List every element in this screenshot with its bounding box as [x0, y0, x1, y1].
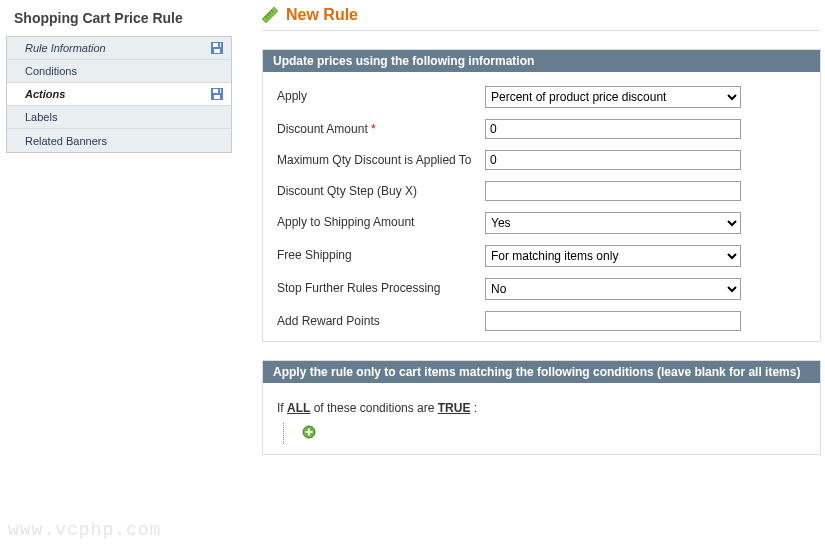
main: New Rule Update prices using the followi… [232, 0, 825, 473]
svg-rect-3 [218, 43, 220, 47]
sidebar-item-labels[interactable]: Labels [7, 106, 231, 129]
label-apply-shipping: Apply to Shipping Amount [277, 212, 485, 229]
svg-rect-2 [214, 49, 220, 53]
input-max-qty[interactable] [485, 150, 741, 170]
select-stop-rules[interactable]: No [485, 278, 741, 300]
ruler-icon [262, 7, 278, 23]
fieldset-legend: Apply the rule only to cart items matchi… [263, 361, 820, 383]
sidebar-item-label: Rule Information [25, 42, 106, 54]
condition-aggregator-link[interactable]: ALL [287, 401, 310, 415]
sidebar-item-actions[interactable]: Actions [7, 83, 231, 106]
fieldset-legend: Update prices using the following inform… [263, 50, 820, 72]
row-apply-shipping: Apply to Shipping Amount Yes [277, 212, 806, 234]
fieldset-update-prices: Update prices using the following inform… [262, 49, 821, 342]
condition-value-link[interactable]: TRUE [438, 401, 471, 415]
label-reward-points: Add Reward Points [277, 311, 485, 328]
sidebar-item-label: Conditions [25, 65, 77, 77]
sidebar-item-label: Actions [25, 88, 65, 100]
sidebar-item-conditions[interactable]: Conditions [7, 60, 231, 83]
label-discount-amount: Discount Amount * [277, 119, 485, 136]
required-asterisk: * [371, 122, 376, 136]
side-nav: Rule Information Conditions Actions Labe… [6, 36, 232, 153]
fieldset-body: If ALL of these conditions are TRUE : [263, 383, 820, 454]
sidebar-title: Shopping Cart Price Rule [6, 10, 232, 36]
row-reward-points: Add Reward Points [277, 311, 806, 331]
watermark: www.vcphp.com [8, 520, 161, 540]
row-qty-step: Discount Qty Step (Buy X) [277, 181, 806, 201]
svg-marker-8 [262, 7, 278, 23]
sidebar-item-related-banners[interactable]: Related Banners [7, 129, 231, 152]
label-max-qty: Maximum Qty Discount is Applied To [277, 150, 485, 167]
sidebar-item-label: Related Banners [25, 135, 107, 147]
page-header: New Rule [262, 6, 821, 31]
label-stop-rules: Stop Further Rules Processing [277, 278, 485, 295]
row-apply: Apply Percent of product price discount [277, 86, 806, 108]
page-title: New Rule [286, 6, 358, 24]
input-qty-step[interactable] [485, 181, 741, 201]
row-stop-rules: Stop Further Rules Processing No [277, 278, 806, 300]
svg-rect-6 [214, 95, 220, 99]
sidebar: Shopping Cart Price Rule Rule Informatio… [0, 0, 232, 473]
sidebar-item-rule-information[interactable]: Rule Information [7, 37, 231, 60]
condition-root-text: If ALL of these conditions are TRUE : [277, 397, 806, 423]
label-apply: Apply [277, 86, 485, 103]
save-icon [211, 88, 223, 100]
row-free-shipping: Free Shipping For matching items only [277, 245, 806, 267]
input-reward-points[interactable] [485, 311, 741, 331]
condition-tree [283, 423, 806, 444]
label-free-shipping: Free Shipping [277, 245, 485, 262]
fieldset-body: Apply Percent of product price discount … [263, 72, 820, 341]
fieldset-conditions: Apply the rule only to cart items matchi… [262, 360, 821, 455]
save-icon [211, 42, 223, 54]
select-apply[interactable]: Percent of product price discount [485, 86, 741, 108]
label-qty-step: Discount Qty Step (Buy X) [277, 181, 485, 198]
input-discount-amount[interactable] [485, 119, 741, 139]
select-free-shipping[interactable]: For matching items only [485, 245, 741, 267]
sidebar-item-label: Labels [25, 111, 57, 123]
row-max-qty: Maximum Qty Discount is Applied To [277, 150, 806, 170]
svg-rect-7 [218, 89, 220, 93]
add-condition-button[interactable] [302, 425, 316, 439]
select-apply-shipping[interactable]: Yes [485, 212, 741, 234]
row-discount-amount: Discount Amount * [277, 119, 806, 139]
